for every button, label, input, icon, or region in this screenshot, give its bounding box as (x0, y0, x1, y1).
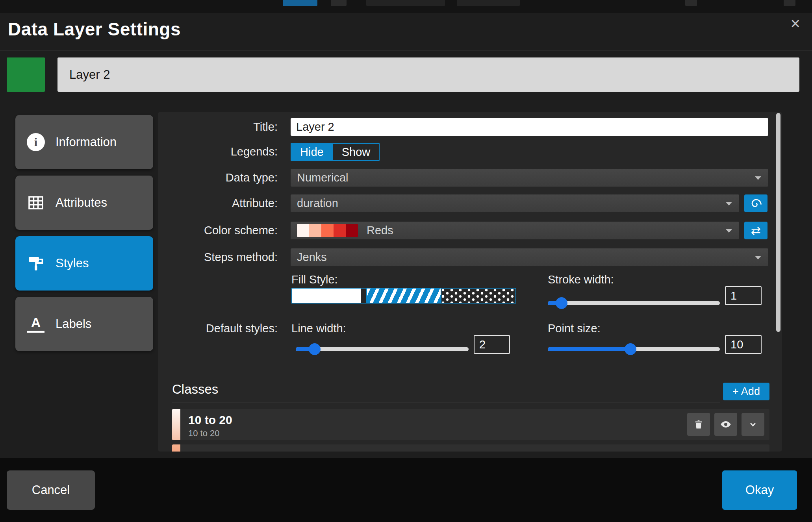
fill-style-selector (291, 288, 516, 304)
background-toolbar-button (366, 0, 445, 6)
class-title: 10 to 20 (188, 413, 232, 427)
line-width-label: Line width: (291, 320, 346, 337)
class-subtitle: 10 to 20 (188, 428, 220, 439)
legends-toggle: Hide Show (291, 143, 380, 161)
stroke-width-slider[interactable] (548, 301, 720, 305)
paint-roller-icon (26, 253, 46, 274)
expand-class-button[interactable] (742, 413, 764, 436)
sidebar-item-label: Labels (56, 317, 91, 331)
reverse-colors-button[interactable]: ⇄ (744, 222, 768, 239)
classes-heading: Classes (172, 382, 218, 397)
chevron-down-icon (755, 256, 761, 259)
line-width-slider[interactable] (296, 347, 469, 351)
sidebar-item-styles[interactable]: Styles (15, 236, 153, 291)
swap-arrows-icon: ⇄ (751, 224, 761, 237)
stroke-width-input[interactable] (725, 286, 762, 305)
background-toolbar-button (685, 0, 697, 6)
classify-button[interactable] (744, 194, 768, 212)
sidebar-item-labels[interactable]: A Labels (15, 297, 153, 351)
background-app-toolbar (0, 0, 812, 13)
fill-style-solid-option[interactable] (292, 289, 366, 303)
scrollbar-thumb[interactable] (776, 113, 780, 332)
slider-thumb[interactable] (309, 343, 321, 355)
info-icon: i (26, 132, 46, 152)
screen: Data Layer Settings × i Information Attr… (0, 0, 812, 522)
chevron-down-icon (726, 202, 732, 205)
layer-color-swatch[interactable] (7, 57, 45, 92)
steps-method-select[interactable]: Jenks (291, 248, 768, 266)
layer-name-input[interactable] (57, 57, 799, 92)
color-scheme-value: Reds (367, 222, 393, 239)
legends-hide-button[interactable]: Hide (291, 144, 332, 160)
class-color-swatch[interactable] (172, 444, 180, 452)
close-icon[interactable]: × (790, 15, 800, 32)
point-size-label: Point size: (548, 320, 601, 337)
data-layer-settings-dialog: Data Layer Settings × i Information Attr… (0, 13, 812, 458)
fill-style-dotted-option[interactable] (441, 289, 515, 303)
background-toolbar-button (331, 0, 347, 6)
stroke-width-label: Stroke width: (548, 271, 614, 289)
styles-panel: Title: Legends: Hide Show Data type: Num… (158, 112, 782, 452)
sidebar-item-attributes[interactable]: Attributes (15, 176, 153, 230)
class-row (172, 444, 769, 452)
color-ramp-swatch (297, 224, 358, 237)
chevron-down-icon (747, 419, 758, 430)
sidebar-item-label: Attributes (56, 196, 107, 210)
slider-fill (548, 347, 630, 351)
sidebar-item-label: Information (56, 135, 117, 149)
data-type-select[interactable]: Numerical (291, 169, 768, 187)
cancel-button[interactable]: Cancel (7, 470, 95, 510)
steps-method-label: Steps method: (158, 248, 278, 266)
color-scheme-select[interactable]: Reds (291, 222, 739, 239)
toggle-class-visibility-button[interactable] (714, 413, 737, 436)
data-type-label: Data type: (158, 169, 278, 187)
class-row: 10 to 20 10 to 20 (172, 409, 769, 440)
okay-button[interactable]: Okay (722, 470, 797, 510)
trash-icon (693, 419, 704, 430)
attribute-value: duration (297, 194, 338, 212)
sidebar-item-information[interactable]: i Information (15, 115, 153, 169)
slider-thumb[interactable] (556, 297, 567, 309)
eye-icon (719, 418, 732, 431)
add-class-button[interactable]: + Add (723, 383, 769, 400)
attribute-label: Attribute: (158, 194, 278, 212)
fill-style-hatched-option[interactable] (366, 289, 441, 303)
attribute-select[interactable]: duration (291, 194, 739, 212)
point-size-input[interactable] (725, 335, 762, 354)
background-toolbar-button (283, 0, 317, 6)
data-type-value: Numerical (297, 169, 349, 187)
legends-label: Legends: (158, 143, 278, 161)
background-toolbar-button (457, 0, 520, 6)
title-label: Title: (158, 118, 278, 136)
class-color-swatch[interactable] (172, 409, 180, 440)
dialog-title: Data Layer Settings (8, 19, 181, 40)
divider (0, 50, 812, 50)
text-label-icon: A (26, 314, 46, 334)
color-scheme-label: Color scheme: (158, 222, 278, 239)
sidebar-item-label: Styles (56, 256, 89, 270)
table-grid-icon (26, 193, 46, 213)
chevron-down-icon (755, 176, 761, 180)
default-styles-label: Default styles: (158, 320, 278, 337)
legends-show-button[interactable]: Show (332, 144, 379, 160)
delete-class-button[interactable] (687, 413, 710, 436)
chevron-down-icon (726, 229, 732, 233)
background-toolbar-button (784, 0, 795, 6)
point-size-slider[interactable] (548, 347, 720, 351)
spiral-icon (750, 198, 762, 209)
line-width-input[interactable] (474, 335, 510, 354)
title-input[interactable] (291, 118, 768, 136)
fill-style-label: Fill Style: (291, 271, 338, 289)
slider-thumb[interactable] (625, 343, 636, 355)
steps-method-value: Jenks (297, 248, 327, 266)
divider (172, 402, 720, 402)
